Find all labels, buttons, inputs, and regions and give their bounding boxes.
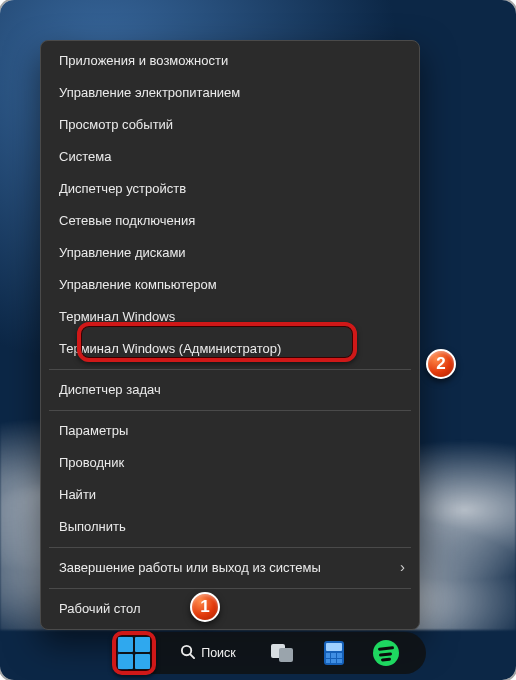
menu-item-shutdown-signout[interactable]: Завершение работы или выход из системы <box>41 552 419 584</box>
search-icon <box>180 644 195 662</box>
menu-item-label: Выполнить <box>59 519 126 534</box>
menu-item-label: Диспетчер задач <box>59 382 161 397</box>
menu-item-label: Проводник <box>59 455 124 470</box>
menu-item-label: Приложения и возможности <box>59 53 228 68</box>
taskbar-app-spotify[interactable] <box>368 635 404 671</box>
menu-item-label: Управление компьютером <box>59 277 217 292</box>
menu-item-computer-management[interactable]: Управление компьютером <box>41 269 419 301</box>
menu-item-label: Терминал Windows (Администратор) <box>59 341 281 356</box>
menu-item-apps-features[interactable]: Приложения и возможности <box>41 45 419 77</box>
taskbar: Поиск <box>0 626 516 680</box>
menu-item-label: Просмотр событий <box>59 117 173 132</box>
menu-item-device-manager[interactable]: Диспетчер устройств <box>41 173 419 205</box>
taskview-icon <box>271 644 293 662</box>
start-button[interactable] <box>116 635 152 671</box>
menu-separator <box>49 547 411 548</box>
winx-context-menu: Приложения и возможности Управление элек… <box>40 40 420 630</box>
desktop-wallpaper: Приложения и возможности Управление элек… <box>0 0 516 680</box>
menu-item-network-connections[interactable]: Сетевые подключения <box>41 205 419 237</box>
menu-item-label: Сетевые подключения <box>59 213 195 228</box>
menu-item-label: Завершение работы или выход из системы <box>59 560 321 575</box>
menu-item-power-options[interactable]: Управление электропитанием <box>41 77 419 109</box>
menu-item-label: Параметры <box>59 423 128 438</box>
menu-separator <box>49 369 411 370</box>
menu-item-event-viewer[interactable]: Просмотр событий <box>41 109 419 141</box>
menu-item-windows-terminal[interactable]: Терминал Windows <box>41 301 419 333</box>
svg-line-1 <box>190 654 194 658</box>
calculator-icon <box>324 641 344 665</box>
taskbar-app-calculator[interactable] <box>316 635 352 671</box>
menu-item-task-manager[interactable]: Диспетчер задач <box>41 374 419 406</box>
menu-item-disk-management[interactable]: Управление дисками <box>41 237 419 269</box>
menu-item-label: Система <box>59 149 111 164</box>
menu-item-desktop[interactable]: Рабочий стол <box>41 593 419 625</box>
menu-item-label: Диспетчер устройств <box>59 181 186 196</box>
menu-item-label: Найти <box>59 487 96 502</box>
menu-item-label: Управление дисками <box>59 245 186 260</box>
menu-item-search[interactable]: Найти <box>41 479 419 511</box>
menu-item-windows-terminal-admin[interactable]: Терминал Windows (Администратор) <box>45 333 415 365</box>
menu-item-label: Рабочий стол <box>59 601 141 616</box>
start-button-wrapper <box>112 631 156 675</box>
menu-item-settings[interactable]: Параметры <box>41 415 419 447</box>
windows-logo-icon <box>118 637 150 669</box>
menu-separator <box>49 410 411 411</box>
menu-item-file-explorer[interactable]: Проводник <box>41 447 419 479</box>
menu-separator <box>49 588 411 589</box>
menu-item-system[interactable]: Система <box>41 141 419 173</box>
menu-item-run[interactable]: Выполнить <box>41 511 419 543</box>
taskbar-taskview[interactable] <box>264 635 300 671</box>
menu-item-label: Управление электропитанием <box>59 85 240 100</box>
spotify-icon <box>373 640 399 666</box>
taskbar-search[interactable]: Поиск <box>172 635 248 671</box>
taskbar-search-label: Поиск <box>201 646 236 660</box>
menu-item-label: Терминал Windows <box>59 309 175 324</box>
